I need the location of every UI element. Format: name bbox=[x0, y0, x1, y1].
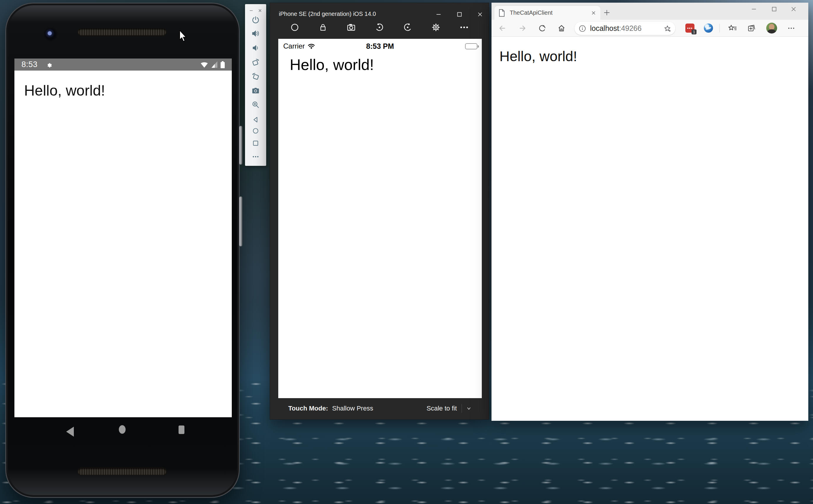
forward-icon[interactable] bbox=[517, 22, 528, 34]
home-icon[interactable] bbox=[556, 22, 567, 34]
ios-simulator-window: iPhone SE (2nd generation) iOS 14.0 bbox=[270, 3, 489, 420]
edge-browser-window: TheCatApiClient bbox=[492, 3, 808, 421]
screenshot-camera-icon[interactable] bbox=[346, 21, 356, 34]
home-icon[interactable] bbox=[290, 21, 300, 34]
browser-toolbar: localhost:49266 ••• 1 bbox=[492, 20, 808, 37]
rotate-right-icon[interactable] bbox=[403, 21, 413, 34]
bottom-speaker-grille bbox=[78, 468, 166, 475]
back-icon[interactable] bbox=[497, 22, 508, 34]
emulator-toolbar bbox=[245, 4, 266, 166]
settings-gear-icon bbox=[45, 61, 53, 69]
add-favorite-icon[interactable] bbox=[664, 25, 671, 32]
scale-mode-value: Scale to fit bbox=[427, 405, 457, 412]
refresh-icon[interactable] bbox=[537, 22, 548, 34]
browser-tab[interactable]: TheCatApiClient bbox=[494, 6, 600, 20]
more-icon[interactable] bbox=[459, 21, 469, 34]
android-screen: 8:53 Hello, world! bbox=[14, 59, 232, 417]
volume-down-icon[interactable] bbox=[252, 44, 259, 52]
simulator-minimize-icon[interactable] bbox=[433, 9, 444, 19]
lock-icon[interactable] bbox=[318, 21, 328, 34]
touch-mode-label: Touch Mode: bbox=[288, 405, 328, 412]
web-page-content: Hello, world! bbox=[492, 37, 808, 421]
favorites-bar-icon[interactable] bbox=[727, 22, 738, 34]
extension-badge: 1 bbox=[692, 29, 697, 34]
wifi-icon bbox=[200, 61, 208, 68]
tab-bar: TheCatApiClient bbox=[492, 3, 808, 20]
new-tab-icon[interactable] bbox=[602, 7, 612, 18]
simulator-close-icon[interactable] bbox=[474, 9, 486, 19]
cell-signal-icon bbox=[211, 61, 218, 68]
ios-status-bar: Carrier 8:53 PM bbox=[278, 41, 482, 51]
address-bar[interactable]: localhost:49266 bbox=[574, 22, 675, 35]
android-hello-text: Hello, world! bbox=[24, 82, 105, 99]
simulator-window-title: iPhone SE (2nd generation) iOS 14.0 bbox=[279, 11, 376, 17]
window-close-icon[interactable] bbox=[787, 4, 800, 14]
simulator-maximize-icon[interactable] bbox=[454, 9, 465, 19]
toolbar-close-icon[interactable] bbox=[258, 8, 262, 13]
site-info-icon[interactable] bbox=[579, 25, 586, 32]
ios-hello-text: Hello, world! bbox=[290, 56, 374, 74]
profile-avatar[interactable] bbox=[766, 23, 777, 34]
extension-red-dots: ••• bbox=[687, 27, 693, 30]
scale-mode-select[interactable]: Scale to fit bbox=[427, 404, 471, 413]
power-icon[interactable] bbox=[251, 16, 260, 24]
url-host: localhost bbox=[590, 24, 619, 33]
touch-mode-value[interactable]: Shallow Press bbox=[332, 405, 373, 412]
overview-icon[interactable] bbox=[252, 139, 259, 147]
phone-volume-button bbox=[239, 196, 242, 246]
extension-red-icon[interactable]: ••• 1 bbox=[685, 24, 694, 33]
battery-icon bbox=[221, 61, 225, 68]
rotate-left-icon[interactable] bbox=[251, 58, 260, 67]
front-camera bbox=[45, 29, 56, 40]
extension-blue-globe-icon[interactable] bbox=[704, 24, 713, 33]
phone-power-button bbox=[239, 126, 242, 165]
rotate-left-icon[interactable] bbox=[374, 21, 384, 34]
android-status-icons bbox=[200, 61, 225, 68]
page-favicon bbox=[499, 9, 505, 17]
android-status-bar: 8:53 bbox=[14, 59, 232, 71]
android-nav-bar bbox=[14, 417, 232, 455]
edge-hello-text: Hello, world! bbox=[499, 48, 577, 64]
earpiece-speaker-grille bbox=[78, 29, 166, 35]
battery-icon bbox=[465, 43, 477, 49]
simulator-bottom-bar: Touch Mode: Shallow Press Scale to fit bbox=[270, 398, 489, 419]
toolbar-divider bbox=[719, 24, 720, 32]
screenshot-camera-icon[interactable] bbox=[251, 86, 260, 95]
back-icon[interactable] bbox=[252, 116, 259, 124]
url-port: :49266 bbox=[619, 24, 642, 33]
settings-menu-icon[interactable] bbox=[785, 22, 797, 34]
more-icon[interactable] bbox=[252, 153, 259, 161]
mouse-cursor bbox=[179, 30, 187, 42]
tab-close-icon[interactable] bbox=[591, 10, 596, 16]
tab-title: TheCatApiClient bbox=[510, 9, 589, 16]
android-clock: 8:53 bbox=[21, 60, 38, 69]
zoom-icon[interactable] bbox=[251, 101, 260, 109]
toolbar-minimize-icon[interactable] bbox=[249, 8, 254, 13]
ios-clock: 8:53 PM bbox=[278, 42, 482, 51]
settings-gear-icon[interactable] bbox=[431, 21, 441, 34]
window-maximize-icon[interactable] bbox=[768, 4, 781, 14]
back-icon[interactable] bbox=[66, 427, 74, 437]
overview-icon[interactable] bbox=[179, 425, 184, 434]
android-emulator-device-frame: 8:53 Hello, world! bbox=[5, 3, 240, 498]
volume-up-icon[interactable] bbox=[251, 29, 260, 38]
home-icon[interactable] bbox=[119, 425, 126, 434]
simulator-toolbar bbox=[270, 21, 489, 34]
home-icon[interactable] bbox=[252, 127, 259, 135]
rotate-right-icon[interactable] bbox=[251, 72, 260, 81]
window-minimize-icon[interactable] bbox=[747, 4, 760, 14]
chevron-down-icon bbox=[467, 407, 471, 410]
collections-icon[interactable] bbox=[746, 22, 757, 34]
ios-screen: Carrier 8:53 PM Hello, world! bbox=[278, 39, 482, 398]
